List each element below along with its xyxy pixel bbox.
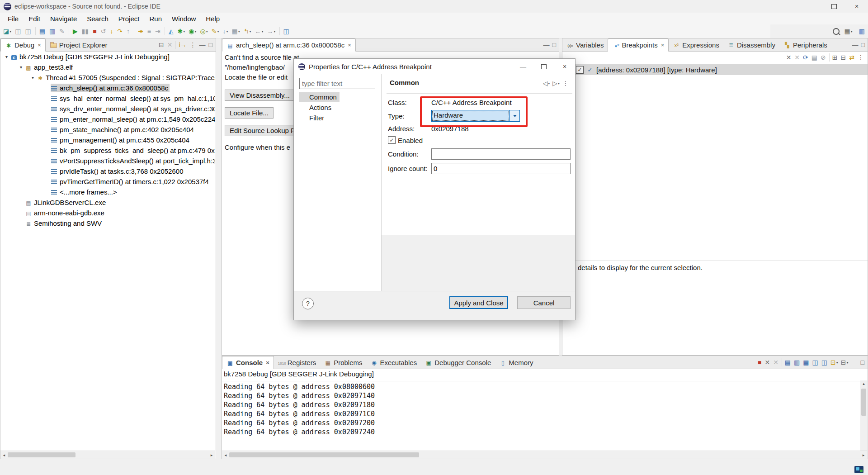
tree-row[interactable]: Semihosting and SWV	[0, 218, 215, 228]
dialog-minimize-button[interactable]: —	[513, 59, 533, 74]
remove-all-launches-icon[interactable]: ✕	[772, 357, 780, 368]
breakpoints-detail-separator[interactable]	[562, 261, 868, 261]
tree-row[interactable]: pm_enter_normal_sleep() at pm.c:1,549 0x…	[0, 114, 215, 124]
scroll-left-icon[interactable]: ◂	[0, 453, 8, 457]
terminate-console-icon[interactable]: ■	[756, 357, 763, 368]
maximize-view-icon[interactable]: □	[551, 39, 557, 50]
menu-item[interactable]: Edit	[24, 15, 45, 23]
minimize-view-icon[interactable]: —	[850, 357, 859, 368]
annotate-icon[interactable]: ✎	[58, 26, 66, 37]
skip-all-breakpoints-icon[interactable]: ⊘	[819, 52, 828, 63]
type-combobox[interactable]: Hardware	[431, 110, 520, 122]
remove-all-terminated-icon[interactable]: ✕	[166, 39, 175, 50]
tab-registers[interactable]: Registers	[274, 356, 320, 369]
condition-input[interactable]	[431, 148, 571, 160]
tab-editor[interactable]: arch_sleep() at arm.c:36 0x800058c ×	[222, 38, 356, 52]
chevron-down-icon[interactable]	[509, 110, 519, 121]
tree-row[interactable]: vPortSuppressTicksAndSleep() at port_tic…	[0, 156, 215, 166]
back-icon[interactable]: ◁▾	[541, 78, 551, 89]
resume-icon[interactable]: ▶	[71, 26, 80, 37]
tab-breakpoints[interactable]: Breakpoints ×	[608, 38, 669, 52]
tray-status-icon[interactable]	[854, 466, 863, 473]
scroll-lock-icon[interactable]: ▥	[793, 357, 802, 368]
scroll-thumb[interactable]	[229, 452, 419, 457]
expander-icon[interactable]: ▾	[18, 65, 24, 70]
dialog-nav-item[interactable]: Common	[299, 92, 340, 102]
suspend-icon[interactable]: ▮▮	[80, 26, 90, 37]
view-menu-icon[interactable]: ⋮	[189, 39, 198, 50]
scroll-thumb[interactable]	[861, 389, 866, 416]
word-wrap-icon[interactable]: ▦	[802, 357, 811, 368]
show-stderr-icon[interactable]: ◫	[820, 357, 829, 368]
debug-tree-hscrollbar[interactable]: ◂ ▸	[0, 451, 215, 459]
scroll-thumb[interactable]	[8, 452, 75, 457]
breakpoint-entry-row[interactable]: [address: 0x02097188] [type: Hardware]	[562, 64, 868, 75]
console-vscrollbar[interactable]: ▴	[860, 380, 867, 451]
tree-row[interactable]: ▾ Thread #1 57005 (Suspended : Signal : …	[0, 72, 215, 83]
tab-expressions[interactable]: Expressions	[669, 38, 723, 51]
instruction-stepping-icon[interactable]: ↠	[137, 26, 145, 37]
expander-icon[interactable]: ▾	[3, 54, 10, 59]
tab-disassembly[interactable]: Disassembly	[723, 38, 779, 51]
tree-row[interactable]: JLinkGDBServerCL.exe	[0, 197, 215, 208]
external-tools-icon[interactable]: ◎▾	[198, 26, 209, 37]
tab-console[interactable]: Console ×	[222, 356, 274, 369]
tree-row[interactable]: arch_sleep() at arm.c:36 0x800058c	[0, 83, 215, 93]
expand-all-icon[interactable]: ⊞	[831, 52, 840, 63]
menu-item[interactable]: Help	[201, 15, 225, 23]
restart-icon[interactable]: ⇥	[154, 26, 162, 37]
cancel-button[interactable]: Cancel	[517, 296, 571, 309]
dialog-close-button[interactable]: ×	[554, 59, 575, 74]
maximize-view-icon[interactable]: □	[859, 357, 866, 368]
save-all-icon[interactable]: ◫	[24, 26, 33, 37]
close-tab-icon[interactable]: ×	[348, 42, 351, 48]
tab-debug[interactable]: Debug ×	[0, 38, 46, 52]
last-edit-icon[interactable]: ↰▾	[242, 26, 253, 37]
scroll-right-icon[interactable]: ▸	[208, 453, 215, 457]
menu-item[interactable]: File	[3, 15, 24, 23]
tree-row[interactable]: pvTimerGetTimerID() at timers.c:1,022 0x…	[0, 176, 215, 187]
close-tab-icon[interactable]: ×	[661, 42, 665, 48]
tab-debugger-console[interactable]: Debugger Console	[421, 356, 495, 369]
collapse-all-icon[interactable]: ⊟	[157, 39, 166, 50]
tab-problems[interactable]: Problems	[320, 356, 366, 369]
scroll-right-icon[interactable]: ▸	[860, 453, 867, 457]
tab-memory[interactable]: Memory	[495, 356, 537, 369]
close-button[interactable]: ×	[845, 0, 868, 13]
scroll-up-icon[interactable]: ▴	[860, 380, 867, 386]
enabled-checkbox[interactable]	[388, 136, 396, 144]
dialog-nav-item[interactable]: Actions	[299, 103, 334, 112]
tree-row[interactable]: sys_drv_enter_normal_sleep() at sys_ps_d…	[0, 104, 215, 114]
coverage-icon[interactable]: ✎▾	[210, 26, 221, 37]
show-stdout-icon[interactable]: ◫	[811, 357, 820, 368]
import-icon[interactable]: ↓▾	[221, 26, 229, 37]
ignore-count-input[interactable]	[431, 163, 571, 174]
go-to-file-icon[interactable]: ▤	[810, 52, 819, 63]
tree-row[interactable]: bk_pm_suppress_ticks_and_sleep() at pm.c…	[0, 145, 215, 156]
menu-item[interactable]: Navigate	[45, 15, 82, 23]
tree-row[interactable]: arm-none-eabi-gdb.exe	[0, 208, 215, 218]
tree-row[interactable]: pm_management() at pm.c:455 0x205c404	[0, 135, 215, 145]
menu-item[interactable]: Run	[144, 15, 167, 23]
back-icon[interactable]: ←▾	[253, 26, 264, 37]
connect-icon[interactable]: i→	[177, 39, 188, 50]
console-view-icon[interactable]: ▥	[48, 26, 57, 37]
menu-item[interactable]: Search	[82, 15, 113, 23]
tab-variables[interactable]: Variables	[562, 38, 608, 51]
collapse-all-icon[interactable]: ⊟	[840, 52, 848, 63]
view-menu-icon[interactable]: ⋮	[856, 52, 866, 63]
tree-row[interactable]: ▾ bk7258 Debug [GDB SEGGER J-Link Debugg…	[0, 52, 215, 62]
run-icon[interactable]: ◉▾	[187, 26, 198, 37]
dialog-nav-item[interactable]: Filter	[299, 113, 327, 123]
forward-icon[interactable]: →▾	[265, 26, 277, 37]
step-return-icon[interactable]: ↑	[125, 26, 132, 37]
menu-item[interactable]: Project	[113, 15, 145, 23]
tree-row[interactable]: <...more frames...>	[0, 187, 215, 197]
tab-peripherals[interactable]: Peripherals	[779, 38, 831, 51]
step-into-icon[interactable]: ↓	[108, 26, 115, 37]
scroll-left-icon[interactable]: ◂	[222, 453, 229, 457]
binary-file-icon[interactable]: ▤	[38, 26, 47, 37]
menu-item[interactable]: Window	[167, 15, 201, 23]
apply-and-close-button[interactable]: Apply and Close	[449, 296, 508, 309]
close-tab-icon[interactable]: ×	[38, 42, 41, 48]
